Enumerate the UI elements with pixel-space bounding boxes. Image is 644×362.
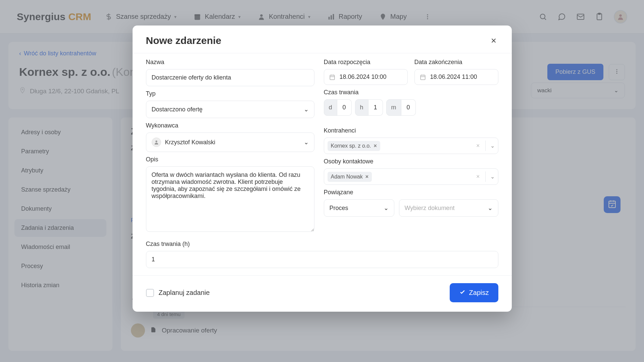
dur-d-label: d: [324, 99, 337, 116]
dur-h-value: 1: [368, 99, 383, 116]
save-label: Zapisz: [469, 289, 489, 297]
related-row: Proces ⌄ Wybierz dokument ⌄: [324, 199, 498, 217]
contractors-input[interactable]: Kornex sp. z o.o. × × ⌄: [324, 138, 498, 154]
related-process-select[interactable]: Proces ⌄: [324, 199, 394, 217]
chevron-down-icon: ⌄: [304, 106, 309, 113]
dur-m-label: m: [386, 99, 401, 116]
save-button[interactable]: Zapisz: [450, 283, 498, 302]
check-icon: [459, 289, 466, 297]
label-related: Powiązane: [324, 189, 498, 196]
modal-overlay: Nowe zdarzenie Nazwa Typ Dostarczono ofe…: [0, 0, 644, 362]
remove-tag-icon[interactable]: ×: [365, 174, 368, 180]
label-duration: Czas trwania: [324, 89, 498, 96]
modal-body: Nazwa Typ Dostarczono ofertę ⌄ Wykonawca…: [133, 53, 512, 275]
form-grid: Nazwa Typ Dostarczono ofertę ⌄ Wykonawca…: [146, 55, 498, 233]
start-date-input[interactable]: 18.06.2024 10:00: [324, 69, 408, 85]
end-date-value: 18.06.2024 11:00: [430, 73, 477, 81]
related-process-value: Proces: [330, 205, 348, 212]
end-date-input[interactable]: 18.06.2024 11:00: [414, 69, 498, 85]
chevron-down-icon[interactable]: ⌄: [485, 141, 495, 151]
remove-tag-icon[interactable]: ×: [374, 143, 377, 149]
form-col-right: Data rozpoczęcia 18.06.2024 10:00 Data z…: [324, 55, 498, 233]
modal-title: Nowe zdarzenie: [146, 35, 221, 46]
contacts-input[interactable]: Adam Nowak × × ⌄: [324, 168, 498, 185]
label-contractors: Kontrahenci: [324, 127, 498, 134]
label-contacts: Osoby kontaktowe: [324, 158, 498, 165]
chevron-down-icon: ⌄: [384, 204, 389, 212]
duration-row: d0 h1 m0: [324, 99, 498, 116]
modal-header: Nowe zdarzenie: [133, 25, 512, 53]
clear-icon[interactable]: ×: [474, 142, 483, 149]
dur-m-value: 0: [401, 99, 416, 116]
plan-task-label: Zaplanuj zadanie: [159, 289, 210, 297]
assignee-name: Krzysztof Kowalski: [165, 139, 215, 146]
chevron-down-icon: ⌄: [304, 139, 309, 146]
contact-tag: Adam Nowak ×: [328, 172, 372, 182]
label-desc: Opis: [146, 156, 314, 163]
type-value: Dostarczono ofertę: [152, 106, 203, 113]
dur-d-value: 0: [337, 99, 352, 116]
name-input[interactable]: [146, 69, 314, 86]
contractor-tag-label: Kornex sp. z o.o.: [331, 143, 371, 149]
label-assignee: Wykonawca: [146, 122, 314, 129]
related-doc-placeholder: Wybierz dokument: [405, 205, 455, 212]
chevron-down-icon[interactable]: ⌄: [485, 171, 495, 182]
svg-rect-22: [420, 75, 425, 80]
start-date-value: 18.06.2024 10:00: [340, 73, 387, 81]
close-icon: [490, 37, 497, 44]
desc-textarea[interactable]: [146, 166, 314, 232]
label-name: Nazwa: [146, 59, 314, 66]
label-type: Typ: [146, 90, 314, 97]
dur-h-label: h: [355, 99, 368, 116]
label-start: Data rozpoczęcia: [324, 59, 408, 66]
type-select[interactable]: Dostarczono ofertę ⌄: [146, 101, 314, 118]
calendar-icon: [329, 74, 336, 81]
plan-task-checkbox[interactable]: [146, 289, 154, 297]
calendar-icon: [419, 74, 426, 81]
duration-hours[interactable]: h1: [355, 99, 383, 116]
assignee-select[interactable]: Krzysztof Kowalski ⌄: [146, 133, 314, 152]
duration-minutes[interactable]: m0: [386, 99, 416, 116]
svg-rect-21: [330, 75, 335, 80]
close-button[interactable]: [489, 36, 498, 45]
label-end: Data zakończenia: [414, 59, 498, 66]
assignee-value-wrap: Krzysztof Kowalski: [152, 138, 215, 147]
duration-days[interactable]: d0: [324, 99, 352, 116]
form-col-left: Nazwa Typ Dostarczono ofertę ⌄ Wykonawca…: [146, 55, 314, 233]
duration-h-input[interactable]: [146, 251, 498, 268]
label-duration-h: Czas trwania (h): [146, 241, 498, 248]
svg-point-20: [155, 141, 157, 142]
date-row: Data rozpoczęcia 18.06.2024 10:00 Data z…: [324, 55, 498, 85]
plan-task-row: Zaplanuj zadanie: [146, 289, 210, 297]
modal-footer: Zaplanuj zadanie Zapisz: [133, 275, 512, 312]
chevron-down-icon: ⌄: [488, 204, 493, 212]
contractor-tag: Kornex sp. z o.o. ×: [328, 141, 380, 151]
assignee-avatar-icon: [152, 138, 161, 147]
modal: Nowe zdarzenie Nazwa Typ Dostarczono ofe…: [133, 25, 512, 312]
contact-tag-label: Adam Nowak: [331, 174, 363, 180]
related-doc-select[interactable]: Wybierz dokument ⌄: [399, 199, 498, 217]
clear-icon[interactable]: ×: [474, 173, 483, 180]
